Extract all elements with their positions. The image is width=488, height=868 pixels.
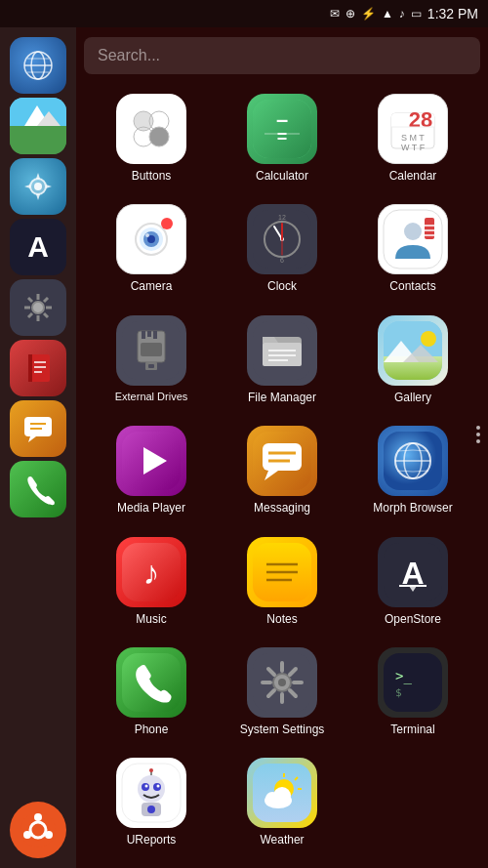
- app-item-system-settings[interactable]: System Settings: [219, 641, 346, 742]
- svg-rect-76: [147, 331, 151, 337]
- search-bar: [84, 37, 480, 74]
- app-item-morph-browser[interactable]: Morph Browser: [349, 420, 476, 520]
- overflow-menu[interactable]: [472, 422, 484, 447]
- app-icon-calculator: – =: [247, 94, 317, 164]
- app-icon-openstore: A: [378, 537, 448, 607]
- app-icon-clock: 6 12: [247, 204, 317, 274]
- app-icon-phone: [116, 647, 186, 718]
- svg-text:12: 12: [278, 214, 286, 221]
- app-label-file-manager: File Manager: [248, 391, 316, 404]
- svg-point-31: [34, 813, 42, 821]
- svg-rect-126: [384, 653, 442, 712]
- app-item-camera[interactable]: Camera: [88, 198, 215, 299]
- app-item-notes[interactable]: Notes: [219, 531, 346, 632]
- svg-text:♪: ♪: [143, 554, 160, 591]
- location-icon: ⊕: [346, 7, 355, 21]
- app-icon-terminal: >_ $: [378, 647, 448, 718]
- svg-rect-77: [153, 331, 157, 339]
- app-label-calculator: Calculator: [256, 169, 308, 183]
- app-item-messaging[interactable]: Messaging: [219, 420, 346, 520]
- svg-point-57: [145, 233, 149, 237]
- app-label-external-drives: External Drives: [115, 391, 188, 403]
- svg-point-138: [147, 806, 155, 813]
- sidebar-item-chat[interactable]: [10, 400, 66, 457]
- app-item-music[interactable]: ♪ Music: [88, 531, 215, 632]
- svg-point-33: [23, 831, 31, 839]
- svg-rect-78: [141, 343, 162, 356]
- app-label-gallery: Gallery: [394, 391, 431, 404]
- sidebar-item-font[interactable]: A: [10, 219, 66, 275]
- app-icon-gallery: [378, 315, 448, 386]
- app-label-calendar: Calendar: [389, 169, 437, 183]
- svg-point-134: [157, 785, 160, 788]
- svg-rect-34: [122, 100, 181, 158]
- app-item-media-player[interactable]: Media Player: [88, 420, 215, 520]
- svg-text:28: 28: [409, 107, 432, 132]
- app-item-contacts[interactable]: Contacts: [349, 198, 476, 299]
- app-item-clock[interactable]: 6 12 Clock: [219, 198, 346, 299]
- app-item-calculator[interactable]: – = Calculator: [219, 88, 346, 188]
- app-item-buttons[interactable]: Buttons: [88, 88, 215, 188]
- svg-point-136: [149, 768, 153, 772]
- svg-rect-80: [148, 364, 154, 368]
- search-input[interactable]: [84, 37, 480, 74]
- sidebar-item-red-book[interactable]: [10, 340, 66, 396]
- app-icon-music: ♪: [116, 537, 186, 607]
- svg-rect-25: [24, 417, 52, 436]
- app-label-contacts: Contacts: [389, 279, 435, 293]
- svg-point-68: [404, 223, 422, 240]
- svg-text:W T F: W T F: [401, 143, 426, 152]
- sidebar-item-globe[interactable]: [10, 37, 66, 94]
- sidebar-item-blue-settings[interactable]: [10, 158, 66, 215]
- svg-point-146: [273, 787, 291, 805]
- app-item-gallery[interactable]: Gallery: [349, 310, 476, 410]
- dot-1: [476, 426, 480, 430]
- svg-point-35: [134, 111, 153, 131]
- svg-rect-83: [263, 343, 302, 366]
- app-item-openstore[interactable]: A OpenStore: [349, 531, 476, 632]
- sidebar-item-phone[interactable]: [10, 461, 66, 517]
- app-icon-ureports: [116, 758, 186, 828]
- app-label-morph-browser: Morph Browser: [373, 501, 452, 515]
- svg-point-10: [34, 183, 42, 190]
- app-label-buttons: Buttons: [132, 169, 172, 183]
- app-label-openstore: OpenStore: [385, 612, 441, 626]
- app-label-weather: Weather: [260, 833, 304, 847]
- status-bar: ✉ ⊕ ⚡ ▲ ♪ ▭ 1:32 PM: [0, 0, 488, 27]
- sidebar-item-settings[interactable]: [10, 279, 66, 336]
- app-item-file-manager[interactable]: File Manager: [219, 310, 346, 410]
- app-icon-morph-browser: [378, 426, 448, 496]
- svg-rect-6: [10, 126, 66, 154]
- app-item-phone[interactable]: Phone: [88, 641, 215, 742]
- app-icon-buttons: [116, 94, 186, 164]
- volume-icon: ♪: [399, 7, 405, 21]
- svg-text:>_: >_: [395, 668, 412, 684]
- email-icon: ✉: [330, 7, 340, 21]
- dot-3: [476, 439, 480, 443]
- svg-rect-89: [384, 321, 442, 380]
- svg-text:6: 6: [280, 257, 284, 264]
- sidebar-item-ubuntu[interactable]: [10, 802, 66, 858]
- sidebar: A: [0, 27, 76, 868]
- app-item-weather[interactable]: Weather: [219, 752, 346, 852]
- svg-point-133: [145, 785, 148, 788]
- app-label-ureports: UReports: [127, 833, 177, 847]
- svg-line-18: [44, 298, 48, 302]
- svg-point-32: [45, 831, 53, 839]
- app-item-external-drives[interactable]: External Drives: [88, 310, 215, 410]
- app-item-terminal[interactable]: >_ $ Terminal: [349, 641, 476, 742]
- app-icon-notes: [247, 537, 317, 607]
- svg-line-17: [44, 313, 48, 317]
- app-item-calendar[interactable]: 28 S M T W T F Calendar: [349, 88, 476, 188]
- app-label-camera: Camera: [131, 279, 173, 293]
- bluetooth-icon: ⚡: [361, 7, 376, 21]
- app-item-ureports[interactable]: UReports: [88, 752, 215, 852]
- app-grid: Buttons – = Cal: [84, 88, 480, 853]
- dot-2: [476, 433, 480, 436]
- svg-rect-21: [28, 354, 32, 382]
- sidebar-item-landscape[interactable]: [10, 98, 66, 154]
- app-icon-contacts: [378, 204, 448, 274]
- app-label-phone: Phone: [135, 723, 169, 736]
- app-icon-calendar: 28 S M T W T F: [378, 94, 448, 164]
- app-label-system-settings: System Settings: [240, 723, 325, 736]
